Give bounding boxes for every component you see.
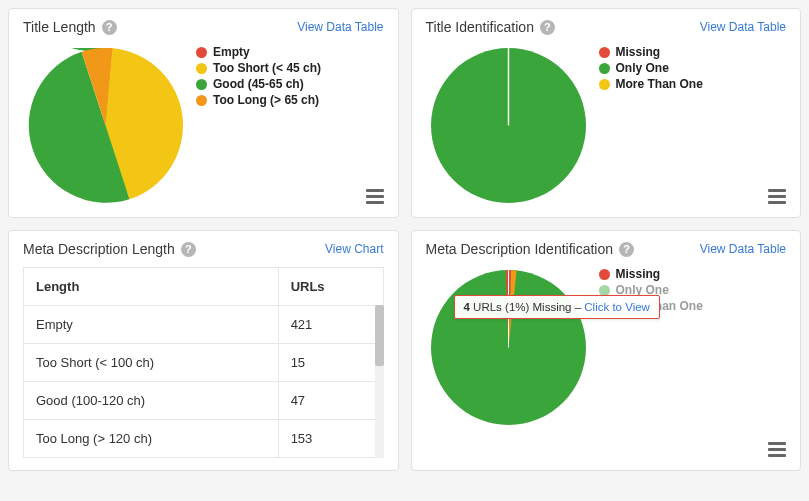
data-table: Length URLs Empty 421 Too Short (< 100 c… bbox=[23, 267, 384, 458]
chart-area: Empty Too Short (< 45 ch) Good (45-65 ch… bbox=[23, 45, 384, 205]
card-title-text: Title Identification bbox=[426, 19, 534, 35]
legend-dot-icon bbox=[599, 63, 610, 74]
legend-label: Only One bbox=[616, 61, 669, 75]
pie-chart-meta-identification[interactable] bbox=[426, 267, 591, 427]
col-length: Length bbox=[24, 268, 279, 306]
chart-area: Missing Only One More Than One 4 URLs (1… bbox=[426, 267, 787, 427]
card-title-text: Title Length bbox=[23, 19, 96, 35]
help-icon[interactable]: ? bbox=[102, 20, 117, 35]
legend-item-only-one[interactable]: Only One bbox=[599, 61, 787, 75]
view-chart-link[interactable]: View Chart bbox=[325, 242, 383, 256]
legend-item-more-than-one[interactable]: More Than One bbox=[599, 77, 787, 91]
card-meta-description-length: Meta Description Length ? View Chart Len… bbox=[8, 230, 399, 471]
legend-item-missing[interactable]: Missing bbox=[599, 45, 787, 59]
cell-value: 15 bbox=[278, 344, 383, 382]
legend-dot-icon bbox=[599, 269, 610, 280]
legend-dot-icon bbox=[196, 47, 207, 58]
pie-chart-title-identification[interactable] bbox=[426, 45, 591, 205]
chart-menu-icon[interactable] bbox=[768, 186, 786, 207]
legend: Missing Only One More Than One bbox=[599, 267, 787, 427]
card-title-text: Meta Description Length bbox=[23, 241, 175, 257]
card-title-length: Title Length ? View Data Table bbox=[8, 8, 399, 218]
table-row[interactable]: Good (100-120 ch) 47 bbox=[24, 382, 384, 420]
cell-label: Too Short (< 100 ch) bbox=[24, 344, 279, 382]
legend-item-missing[interactable]: Missing bbox=[599, 267, 787, 281]
cell-label: Good (100-120 ch) bbox=[24, 382, 279, 420]
view-data-table-link[interactable]: View Data Table bbox=[700, 242, 786, 256]
legend-label: More Than One bbox=[616, 77, 703, 91]
legend-label: Too Long (> 65 ch) bbox=[213, 93, 319, 107]
cell-value: 47 bbox=[278, 382, 383, 420]
legend-dot-icon bbox=[599, 47, 610, 58]
view-data-table-link[interactable]: View Data Table bbox=[297, 20, 383, 34]
help-icon[interactable]: ? bbox=[540, 20, 555, 35]
chart-menu-icon[interactable] bbox=[768, 439, 786, 460]
legend-item-good[interactable]: Good (45-65 ch) bbox=[196, 77, 384, 91]
help-icon[interactable]: ? bbox=[619, 242, 634, 257]
legend: Missing Only One More Than One bbox=[599, 45, 787, 205]
legend-dot-icon bbox=[196, 95, 207, 106]
card-title-identification: Title Identification ? View Data Table M… bbox=[411, 8, 802, 218]
card-header: Title Length ? View Data Table bbox=[23, 19, 384, 35]
chart-menu-icon[interactable] bbox=[366, 186, 384, 207]
legend-label: Missing bbox=[616, 267, 661, 281]
help-icon[interactable]: ? bbox=[181, 242, 196, 257]
table-row[interactable]: Too Long (> 120 ch) 153 bbox=[24, 420, 384, 458]
table-header-row: Length URLs bbox=[24, 268, 384, 306]
chart-tooltip[interactable]: 4 URLs (1%) Missing – Click to View bbox=[454, 295, 660, 319]
tooltip-text: URLs (1%) Missing – bbox=[470, 301, 584, 313]
view-data-table-link[interactable]: View Data Table bbox=[700, 20, 786, 34]
card-header: Title Identification ? View Data Table bbox=[426, 19, 787, 35]
table-row[interactable]: Empty 421 bbox=[24, 306, 384, 344]
legend-dot-icon bbox=[599, 79, 610, 90]
card-header: Meta Description Identification ? View D… bbox=[426, 241, 787, 257]
scrollbar[interactable] bbox=[375, 305, 384, 458]
card-title: Title Length ? bbox=[23, 19, 117, 35]
legend-label: Good (45-65 ch) bbox=[213, 77, 304, 91]
cell-value: 153 bbox=[278, 420, 383, 458]
legend-item-too-long[interactable]: Too Long (> 65 ch) bbox=[196, 93, 384, 107]
col-urls: URLs bbox=[278, 268, 383, 306]
card-title-text: Meta Description Identification bbox=[426, 241, 614, 257]
legend-label: Missing bbox=[616, 45, 661, 59]
card-title: Meta Description Length ? bbox=[23, 241, 196, 257]
scrollbar-thumb[interactable] bbox=[375, 305, 384, 366]
cell-label: Empty bbox=[24, 306, 279, 344]
pie-chart-title-length[interactable] bbox=[23, 45, 188, 205]
card-meta-description-identification: Meta Description Identification ? View D… bbox=[411, 230, 802, 471]
legend-dot-icon bbox=[196, 63, 207, 74]
tooltip-link[interactable]: Click to View bbox=[584, 301, 650, 313]
legend-label: Too Short (< 45 ch) bbox=[213, 61, 321, 75]
legend-label: Empty bbox=[213, 45, 250, 59]
legend-dot-icon bbox=[196, 79, 207, 90]
card-title: Title Identification ? bbox=[426, 19, 555, 35]
legend-item-empty[interactable]: Empty bbox=[196, 45, 384, 59]
chart-area: Missing Only One More Than One bbox=[426, 45, 787, 205]
cell-label: Too Long (> 120 ch) bbox=[24, 420, 279, 458]
legend: Empty Too Short (< 45 ch) Good (45-65 ch… bbox=[196, 45, 384, 205]
card-header: Meta Description Length ? View Chart bbox=[23, 241, 384, 257]
card-title: Meta Description Identification ? bbox=[426, 241, 635, 257]
legend-dot-icon bbox=[599, 285, 610, 296]
table-row[interactable]: Too Short (< 100 ch) 15 bbox=[24, 344, 384, 382]
legend-item-too-short[interactable]: Too Short (< 45 ch) bbox=[196, 61, 384, 75]
cell-value: 421 bbox=[278, 306, 383, 344]
